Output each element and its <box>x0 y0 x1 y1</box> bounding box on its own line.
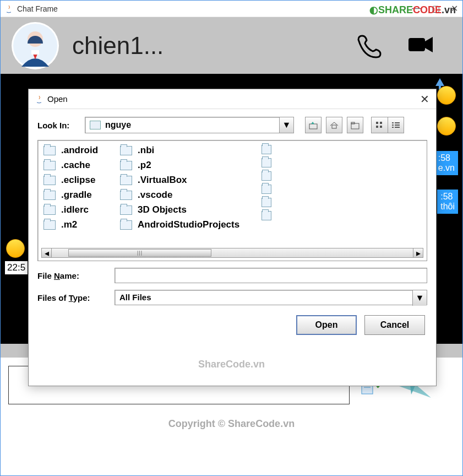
dialog-close-button[interactable]: ✕ <box>420 93 429 106</box>
file-item[interactable]: .idlerc <box>43 204 98 215</box>
filetype-select[interactable]: All Files ▼ <box>115 290 427 305</box>
file-item[interactable]: .m2 <box>43 219 98 230</box>
file-item[interactable] <box>262 171 271 181</box>
file-item[interactable]: .android <box>43 145 98 156</box>
dropdown-button[interactable]: ▼ <box>412 290 427 306</box>
window-title: Chat Frame <box>17 4 58 13</box>
scroll-right-button[interactable]: ▸ <box>413 248 423 257</box>
folder-icon <box>262 145 271 154</box>
call-button[interactable] <box>356 30 384 61</box>
folder-icon <box>43 220 56 230</box>
file-item[interactable] <box>262 185 271 194</box>
file-item[interactable]: .cache <box>43 160 98 171</box>
file-list[interactable]: .android.cache.eclipse.gradle.idlerc.m2 … <box>37 140 427 261</box>
cancel-button[interactable]: Cancel <box>364 315 425 335</box>
avatar <box>12 22 59 69</box>
app-window: Chat Frame — ▢ ✕ ◐SHARECODE.vn chien1...… <box>0 0 463 476</box>
file-item[interactable]: AndroidStudioProjects <box>120 219 239 230</box>
new-folder-button[interactable] <box>347 117 363 133</box>
file-item[interactable]: .VirtualBox <box>120 175 239 186</box>
folder-icon <box>43 176 56 185</box>
filetype-label: Files of Type: <box>37 293 109 302</box>
svg-rect-16 <box>380 126 382 128</box>
file-item[interactable]: .p2 <box>120 160 239 171</box>
file-name: .android <box>61 145 98 156</box>
file-item[interactable]: .nbi <box>120 145 239 156</box>
file-name: .idlerc <box>61 204 89 215</box>
emoji-laugh-2 <box>437 117 456 136</box>
open-dialog: Open ✕ Look In: nguye ▼ <box>28 89 437 386</box>
filename-input[interactable] <box>115 268 427 283</box>
home-button[interactable] <box>326 117 342 133</box>
sharecode-watermark: ◐SHARECODE.vn <box>369 4 456 16</box>
folder-icon <box>120 161 132 170</box>
dialog-titlebar: Open ✕ <box>29 89 436 109</box>
dialog-title: Open <box>47 94 68 104</box>
details-view-button[interactable] <box>388 117 404 133</box>
folder-icon <box>262 158 271 167</box>
video-button[interactable] <box>406 30 435 61</box>
filename-label: File Name: <box>37 271 109 280</box>
svg-rect-14 <box>376 126 378 128</box>
emoji-heart-eyes <box>6 239 25 258</box>
file-item[interactable] <box>262 211 271 220</box>
file-item[interactable] <box>262 158 271 167</box>
file-item[interactable]: .eclipse <box>43 175 98 186</box>
list-view-button[interactable] <box>371 117 388 133</box>
svg-rect-20 <box>395 125 400 126</box>
file-name: .eclipse <box>61 175 95 186</box>
file-name: .p2 <box>138 160 151 171</box>
folder-icon <box>120 191 132 200</box>
svg-rect-13 <box>376 122 378 124</box>
chat-bubble-1: :58e.vn <box>435 151 458 175</box>
file-name: .m2 <box>61 219 77 230</box>
file-item[interactable]: .gradle <box>43 190 98 201</box>
emoji-laugh-1 <box>437 86 456 105</box>
copyright: Copyright © ShareCode.vn <box>1 413 462 435</box>
folder-icon <box>43 191 56 200</box>
folder-icon <box>43 146 56 155</box>
up-folder-button[interactable] <box>305 117 322 133</box>
folder-icon <box>43 205 56 215</box>
folder-icon <box>90 121 101 129</box>
java-icon <box>5 4 13 14</box>
svg-rect-3 <box>408 38 425 51</box>
file-name: .VirtualBox <box>138 175 187 186</box>
open-button[interactable]: Open <box>296 315 357 335</box>
file-name: .cache <box>61 160 90 171</box>
chat-header: chien1... <box>1 17 462 74</box>
folder-icon <box>262 185 271 194</box>
svg-rect-2 <box>31 50 39 55</box>
svg-rect-15 <box>380 122 382 124</box>
contact-name: chien1... <box>72 32 342 60</box>
folder-icon <box>120 146 132 155</box>
folder-icon <box>43 161 56 170</box>
svg-rect-10 <box>332 125 336 128</box>
java-icon <box>35 94 43 104</box>
svg-rect-18 <box>395 122 400 123</box>
file-item[interactable] <box>262 145 271 154</box>
watermark-center: ShareCode.vn <box>198 359 265 370</box>
file-name: 3D Objects <box>138 204 187 215</box>
dropdown-button[interactable]: ▼ <box>279 117 293 133</box>
folder-icon <box>262 211 271 220</box>
folder-icon <box>262 171 271 181</box>
scroll-thumb[interactable]: ||| <box>68 249 211 257</box>
svg-rect-9 <box>309 124 317 129</box>
scroll-left-button[interactable]: ◂ <box>42 248 52 257</box>
svg-rect-21 <box>392 127 394 128</box>
file-name: .vscode <box>138 190 172 201</box>
timestamp: 22:5 <box>5 261 28 274</box>
svg-rect-22 <box>395 127 400 128</box>
horizontal-scrollbar[interactable]: ◂ ||| ▸ <box>41 248 423 258</box>
lookin-label: Look In: <box>37 121 79 130</box>
lookin-select[interactable]: nguye ▼ <box>85 117 294 133</box>
file-item[interactable]: .vscode <box>120 190 239 201</box>
file-name: .gradle <box>61 190 92 201</box>
svg-rect-17 <box>392 122 394 123</box>
folder-icon <box>120 220 132 230</box>
file-item[interactable]: 3D Objects <box>120 204 239 215</box>
folder-icon <box>120 205 132 215</box>
chat-bubble-2: :58thôi <box>437 190 458 214</box>
file-item[interactable] <box>262 198 271 207</box>
